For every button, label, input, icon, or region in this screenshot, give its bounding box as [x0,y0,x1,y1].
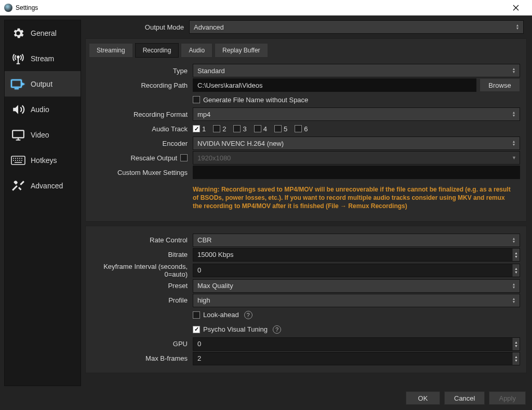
window-title: Settings [16,4,38,11]
bitrate-label: Bitrate [89,251,193,258]
preset-select[interactable]: Max Quality▲▼ [193,279,520,293]
keyframe-label: Keyframe Interval (seconds, 0=auto) [89,263,193,278]
sidebar-item-output[interactable]: Output [5,71,81,97]
number-spinner-icon[interactable]: ▲▼ [512,352,520,365]
select-spinner-icon: ▲▼ [510,234,517,247]
recording-path-input[interactable]: C:\Users\karal\Videos [193,78,476,92]
recording-section: Streaming Recording Audio Replay Buffer … [85,38,527,222]
encoder-select[interactable]: NVIDIA NVENC H.264 (new)▲▼ [193,136,520,150]
recording-format-select[interactable]: mp4▲▼ [193,107,520,121]
rescale-output-checkbox[interactable] [180,154,188,161]
gpu-label: GPU [89,340,193,348]
output-mode-value: Advanced [194,23,224,31]
lookahead-label: Look-ahead [203,311,239,319]
close-button[interactable] [504,0,528,16]
type-label: Type [89,67,193,75]
svg-point-0 [17,56,19,58]
custom-muxer-label: Custom Muxer Settings [89,169,193,176]
rate-control-select[interactable]: CBR▲▼ [193,234,520,247]
recording-path-label: Recording Path [89,81,193,89]
profile-label: Profile [89,296,193,304]
output-mode-row: Output Mode Advanced ▲▼ [85,20,527,34]
sidebar-item-video[interactable]: Video [5,122,81,147]
sidebar-item-hotkeys[interactable]: Hotkeys [5,147,81,173]
audio-track-4-checkbox[interactable] [254,125,261,132]
type-select[interactable]: Standard▲▼ [193,64,520,77]
select-spinner-icon: ▲▼ [514,21,521,33]
help-icon[interactable]: ? [273,325,281,334]
select-spinner-icon: ▲▼ [510,64,517,77]
audio-track-6-checkbox[interactable] [295,125,302,132]
titlebar: Settings [0,0,532,16]
sidebar-item-audio[interactable]: Audio [5,97,81,122]
audio-track-group: 1 2 3 4 5 6 [193,125,523,133]
sidebar-item-label: Output [31,80,52,88]
output-icon [11,77,25,91]
keyboard-icon [11,153,25,168]
gen-filename-nospace-checkbox[interactable] [193,96,200,103]
cancel-button[interactable]: Cancel [444,391,485,405]
gpu-input[interactable]: 0▲▼ [193,337,520,351]
number-spinner-icon[interactable]: ▲▼ [512,338,520,350]
svg-rect-2 [12,130,24,138]
tab-streaming[interactable]: Streaming [89,43,133,58]
number-spinner-icon[interactable]: ▲▼ [512,264,520,277]
sidebar-item-stream[interactable]: Stream [5,46,81,71]
speaker-icon [11,102,25,117]
audio-track-3-checkbox[interactable] [233,125,241,132]
sidebar-item-label: Audio [31,105,49,114]
sidebar-item-label: Stream [31,54,54,63]
sidebar-item-label: Hotkeys [31,156,57,165]
tab-recording[interactable]: Recording [135,43,179,58]
encoder-section: Rate Control CBR▲▼ Bitrate 15000 Kbps▲▼ … [85,226,527,373]
tab-replay-buffer[interactable]: Replay Buffer [215,43,268,58]
gen-filename-nospace-label: Generate File Name without Space [203,96,308,104]
audio-track-1-checkbox[interactable] [193,125,200,132]
rate-control-label: Rate Control [89,236,193,244]
profile-select[interactable]: high▲▼ [193,294,520,307]
bitrate-input[interactable]: 15000 Kbps▲▼ [193,248,520,262]
recording-format-label: Recording Format [89,111,193,118]
psycho-visual-checkbox[interactable] [193,326,200,333]
audio-track-2-checkbox[interactable] [213,125,220,132]
gear-icon [11,26,25,40]
preset-label: Preset [89,282,193,290]
tab-audio[interactable]: Audio [181,43,212,58]
app-logo-icon [4,4,12,12]
sidebar-item-general[interactable]: General [5,20,81,46]
select-spinner-icon: ▲▼ [510,108,517,120]
audio-track-label: Audio Track [89,125,193,133]
ok-button[interactable]: OK [406,391,440,405]
select-spinner-icon: ▲▼ [510,137,517,149]
monitor-icon [11,128,25,142]
output-mode-label: Output Mode [85,23,189,31]
sidebar-item-advanced[interactable]: Advanced [5,173,81,198]
output-mode-select[interactable]: Advanced ▲▼ [189,20,524,34]
lookahead-checkbox[interactable] [193,311,200,319]
sidebar-item-label: Advanced [31,182,63,190]
keyframe-input[interactable]: 0▲▼ [193,264,520,277]
sidebar: General Stream Output Audio Video [4,20,81,386]
sidebar-item-label: General [31,29,57,37]
browse-button[interactable]: Browse [480,78,520,92]
rescale-output-select: 1920x1080▼ [193,151,520,165]
antenna-icon [11,51,25,66]
select-spinner-icon: ▲▼ [510,294,517,307]
tools-icon [11,179,25,193]
custom-muxer-input[interactable] [193,166,520,179]
select-spinner-icon: ▲▼ [510,280,517,292]
bframes-input[interactable]: 2▲▼ [193,352,520,365]
audio-track-5-checkbox[interactable] [274,125,282,132]
content-area: Output Mode Advanced ▲▼ Streaming Record… [85,20,527,386]
help-icon[interactable]: ? [244,311,252,319]
output-tabs: Streaming Recording Audio Replay Buffer [89,43,523,58]
chevron-down-icon: ▼ [512,155,516,160]
encoder-label: Encoder [89,140,193,147]
number-spinner-icon[interactable]: ▲▼ [512,249,520,261]
svg-rect-1 [11,80,21,87]
sidebar-item-label: Video [31,131,49,139]
mp4-warning-text: Warning: Recordings saved to MP4/MOV wil… [193,182,520,216]
psycho-visual-label: Psycho Visual Tuning [203,325,268,333]
dialog-buttons: OK Cancel Apply [406,391,526,405]
apply-button[interactable]: Apply [489,391,526,405]
